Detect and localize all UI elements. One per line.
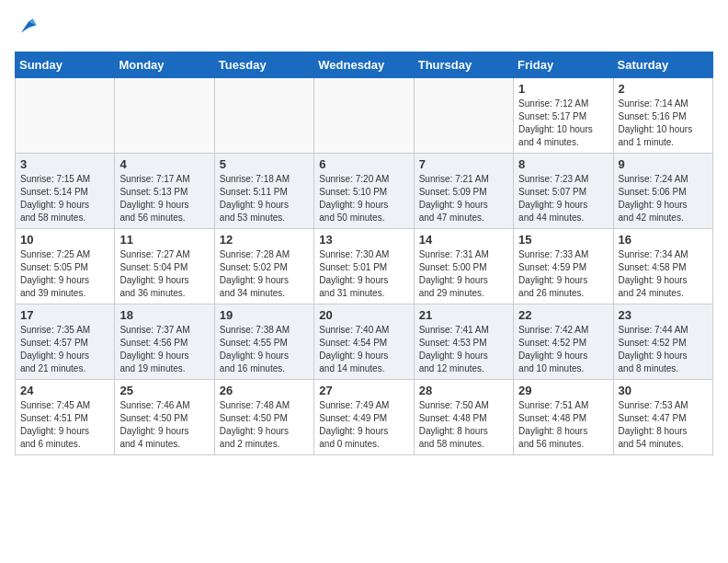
calendar-day-cell	[414, 78, 513, 154]
day-info: Sunrise: 7:28 AM Sunset: 5:02 PM Dayligh…	[220, 248, 309, 300]
weekday-header-wednesday: Wednesday	[314, 52, 414, 78]
weekday-header-friday: Friday	[514, 52, 613, 78]
calendar-day-cell	[16, 78, 115, 154]
calendar-day-cell: 9Sunrise: 7:24 AM Sunset: 5:06 PM Daylig…	[613, 154, 712, 229]
day-number: 18	[119, 308, 209, 322]
weekday-header-row: SundayMondayTuesdayWednesdayThursdayFrid…	[16, 52, 713, 78]
day-number: 14	[419, 233, 508, 247]
day-number: 19	[220, 308, 309, 322]
day-number: 22	[518, 308, 608, 322]
logo	[15, 15, 44, 40]
day-number: 25	[119, 384, 209, 397]
day-info: Sunrise: 7:38 AM Sunset: 4:55 PM Dayligh…	[220, 324, 309, 375]
calendar-day-cell: 7Sunrise: 7:21 AM Sunset: 5:09 PM Daylig…	[414, 154, 513, 229]
day-number: 24	[20, 384, 109, 397]
calendar-day-cell: 20Sunrise: 7:40 AM Sunset: 4:54 PM Dayli…	[314, 304, 414, 380]
day-info: Sunrise: 7:20 AM Sunset: 5:10 PM Dayligh…	[319, 173, 408, 224]
day-info: Sunrise: 7:30 AM Sunset: 5:01 PM Dayligh…	[319, 248, 408, 300]
calendar-week-row: 10Sunrise: 7:25 AM Sunset: 5:05 PM Dayli…	[16, 229, 713, 304]
calendar-day-cell: 18Sunrise: 7:37 AM Sunset: 4:56 PM Dayli…	[115, 304, 214, 380]
calendar-day-cell: 19Sunrise: 7:38 AM Sunset: 4:55 PM Dayli…	[214, 304, 313, 380]
weekday-header-tuesday: Tuesday	[214, 52, 313, 78]
calendar-day-cell: 26Sunrise: 7:48 AM Sunset: 4:50 PM Dayli…	[214, 380, 313, 455]
calendar-day-cell: 3Sunrise: 7:15 AM Sunset: 5:14 PM Daylig…	[16, 154, 115, 229]
day-number: 3	[20, 157, 109, 171]
day-info: Sunrise: 7:46 AM Sunset: 4:50 PM Dayligh…	[119, 399, 209, 451]
day-number: 23	[619, 308, 708, 322]
day-number: 26	[220, 384, 309, 397]
calendar-day-cell: 14Sunrise: 7:31 AM Sunset: 5:00 PM Dayli…	[414, 229, 513, 304]
day-info: Sunrise: 7:35 AM Sunset: 4:57 PM Dayligh…	[20, 324, 109, 375]
calendar-week-row: 1Sunrise: 7:12 AM Sunset: 5:17 PM Daylig…	[16, 78, 713, 154]
day-info: Sunrise: 7:44 AM Sunset: 4:52 PM Dayligh…	[619, 324, 708, 375]
day-info: Sunrise: 7:12 AM Sunset: 5:17 PM Dayligh…	[518, 98, 608, 149]
day-info: Sunrise: 7:45 AM Sunset: 4:51 PM Dayligh…	[20, 399, 109, 451]
day-number: 2	[619, 82, 708, 96]
calendar-day-cell: 21Sunrise: 7:41 AM Sunset: 4:53 PM Dayli…	[414, 304, 513, 380]
day-number: 15	[518, 233, 608, 247]
calendar-day-cell	[314, 78, 414, 154]
weekday-header-thursday: Thursday	[414, 52, 513, 78]
day-number: 13	[319, 233, 408, 247]
calendar-day-cell: 1Sunrise: 7:12 AM Sunset: 5:17 PM Daylig…	[514, 78, 613, 154]
logo-icon	[15, 15, 40, 40]
weekday-header-sunday: Sunday	[16, 52, 115, 78]
calendar-day-cell	[115, 78, 214, 154]
day-number: 1	[518, 82, 608, 96]
day-number: 10	[20, 233, 109, 247]
calendar-day-cell: 4Sunrise: 7:17 AM Sunset: 5:13 PM Daylig…	[115, 154, 214, 229]
day-number: 5	[220, 157, 309, 171]
day-info: Sunrise: 7:24 AM Sunset: 5:06 PM Dayligh…	[619, 173, 708, 224]
calendar-day-cell: 30Sunrise: 7:53 AM Sunset: 4:47 PM Dayli…	[613, 380, 712, 455]
day-info: Sunrise: 7:48 AM Sunset: 4:50 PM Dayligh…	[220, 399, 309, 451]
calendar-day-cell: 16Sunrise: 7:34 AM Sunset: 4:58 PM Dayli…	[613, 229, 712, 304]
day-number: 21	[419, 308, 508, 322]
calendar-day-cell: 10Sunrise: 7:25 AM Sunset: 5:05 PM Dayli…	[16, 229, 115, 304]
day-info: Sunrise: 7:18 AM Sunset: 5:11 PM Dayligh…	[220, 173, 309, 224]
day-info: Sunrise: 7:17 AM Sunset: 5:13 PM Dayligh…	[119, 173, 209, 224]
day-number: 4	[119, 157, 209, 171]
calendar-day-cell: 23Sunrise: 7:44 AM Sunset: 4:52 PM Dayli…	[613, 304, 712, 380]
day-number: 6	[319, 157, 408, 171]
calendar-day-cell	[214, 78, 313, 154]
day-info: Sunrise: 7:42 AM Sunset: 4:52 PM Dayligh…	[518, 324, 608, 375]
calendar-day-cell: 22Sunrise: 7:42 AM Sunset: 4:52 PM Dayli…	[514, 304, 613, 380]
calendar-day-cell: 8Sunrise: 7:23 AM Sunset: 5:07 PM Daylig…	[514, 154, 613, 229]
page-header	[15, 15, 713, 40]
day-info: Sunrise: 7:37 AM Sunset: 4:56 PM Dayligh…	[119, 324, 209, 375]
day-info: Sunrise: 7:34 AM Sunset: 4:58 PM Dayligh…	[619, 248, 708, 300]
calendar-day-cell: 15Sunrise: 7:33 AM Sunset: 4:59 PM Dayli…	[514, 229, 613, 304]
day-info: Sunrise: 7:31 AM Sunset: 5:00 PM Dayligh…	[419, 248, 508, 300]
day-number: 28	[419, 384, 508, 397]
day-info: Sunrise: 7:14 AM Sunset: 5:16 PM Dayligh…	[619, 98, 708, 149]
day-info: Sunrise: 7:33 AM Sunset: 4:59 PM Dayligh…	[518, 248, 608, 300]
day-info: Sunrise: 7:49 AM Sunset: 4:49 PM Dayligh…	[319, 399, 408, 451]
calendar-week-row: 3Sunrise: 7:15 AM Sunset: 5:14 PM Daylig…	[16, 154, 713, 229]
day-info: Sunrise: 7:21 AM Sunset: 5:09 PM Dayligh…	[419, 173, 508, 224]
day-info: Sunrise: 7:51 AM Sunset: 4:48 PM Dayligh…	[518, 399, 608, 451]
day-info: Sunrise: 7:23 AM Sunset: 5:07 PM Dayligh…	[518, 173, 608, 224]
day-info: Sunrise: 7:27 AM Sunset: 5:04 PM Dayligh…	[119, 248, 209, 300]
weekday-header-saturday: Saturday	[613, 52, 712, 78]
calendar-day-cell: 17Sunrise: 7:35 AM Sunset: 4:57 PM Dayli…	[16, 304, 115, 380]
day-number: 9	[619, 157, 708, 171]
day-number: 12	[220, 233, 309, 247]
day-number: 8	[518, 157, 608, 171]
day-info: Sunrise: 7:53 AM Sunset: 4:47 PM Dayligh…	[619, 399, 708, 451]
day-info: Sunrise: 7:50 AM Sunset: 4:48 PM Dayligh…	[419, 399, 508, 451]
calendar-table: SundayMondayTuesdayWednesdayThursdayFrid…	[15, 52, 713, 455]
day-info: Sunrise: 7:25 AM Sunset: 5:05 PM Dayligh…	[20, 248, 109, 300]
calendar-week-row: 24Sunrise: 7:45 AM Sunset: 4:51 PM Dayli…	[16, 380, 713, 455]
day-number: 20	[319, 308, 408, 322]
calendar-day-cell: 28Sunrise: 7:50 AM Sunset: 4:48 PM Dayli…	[414, 380, 513, 455]
calendar-day-cell: 13Sunrise: 7:30 AM Sunset: 5:01 PM Dayli…	[314, 229, 414, 304]
weekday-header-monday: Monday	[115, 52, 214, 78]
calendar-day-cell: 12Sunrise: 7:28 AM Sunset: 5:02 PM Dayli…	[214, 229, 313, 304]
day-number: 7	[419, 157, 508, 171]
calendar-day-cell: 24Sunrise: 7:45 AM Sunset: 4:51 PM Dayli…	[16, 380, 115, 455]
day-number: 27	[319, 384, 408, 397]
calendar-day-cell: 2Sunrise: 7:14 AM Sunset: 5:16 PM Daylig…	[613, 78, 712, 154]
day-info: Sunrise: 7:15 AM Sunset: 5:14 PM Dayligh…	[20, 173, 109, 224]
day-number: 16	[619, 233, 708, 247]
calendar-day-cell: 6Sunrise: 7:20 AM Sunset: 5:10 PM Daylig…	[314, 154, 414, 229]
